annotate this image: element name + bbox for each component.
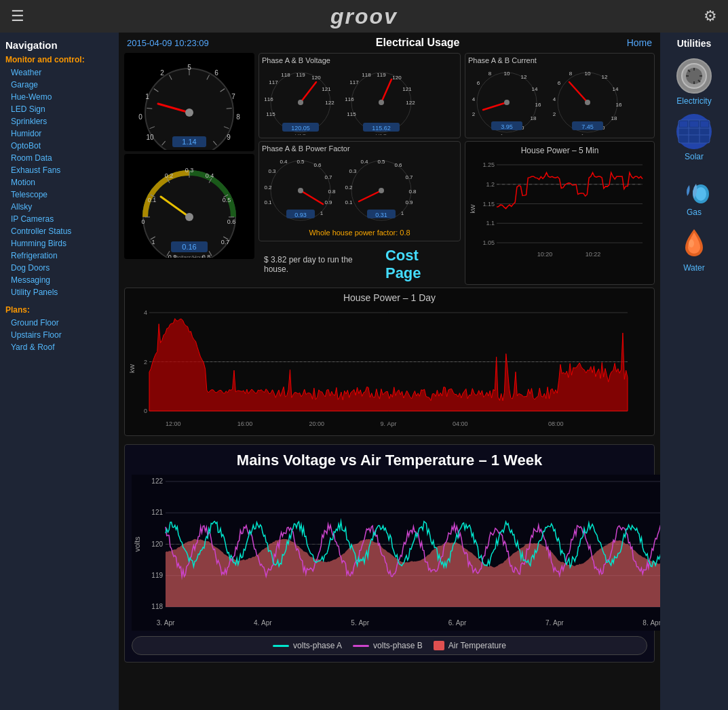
utility-water[interactable]: Water bbox=[664, 222, 725, 275]
sidebar-item-controller-status[interactable]: Controller Status bbox=[5, 225, 113, 237]
sidebar-item-humidor[interactable]: Humidor bbox=[5, 127, 113, 140]
sidebar-item-humming-birds[interactable]: Humming Birds bbox=[5, 237, 113, 250]
sidebar-item-weather[interactable]: Weather bbox=[5, 66, 113, 79]
right-gauges: Phase A & B Current 10 12 14 16 18 20 8 … bbox=[465, 53, 655, 285]
pf-whole-house: Whole house power factor: 0.8 bbox=[262, 226, 457, 238]
legend-air-temp-label: Air Temperature bbox=[448, 641, 506, 650]
svg-text:2: 2 bbox=[160, 69, 164, 77]
svg-text:1.14: 1.14 bbox=[182, 138, 196, 146]
svg-text:116: 116 bbox=[345, 96, 354, 102]
svg-text:1: 1 bbox=[320, 210, 324, 216]
power-day-chart: House Power – 1 Day bbox=[124, 288, 655, 436]
svg-text:117: 117 bbox=[349, 79, 359, 85]
svg-text:118: 118 bbox=[362, 72, 371, 78]
svg-text:2: 2 bbox=[472, 111, 476, 117]
svg-text:0.3: 0.3 bbox=[185, 167, 194, 174]
sidebar-heading: Navigation bbox=[5, 39, 113, 51]
svg-text:115: 115 bbox=[266, 111, 275, 117]
svg-text:7: 7 bbox=[231, 93, 235, 100]
sidebar-item-optobot[interactable]: OptoBot bbox=[5, 140, 113, 152]
sidebar-item-utility-panels[interactable]: Utility Panels bbox=[5, 286, 113, 298]
svg-text:8: 8 bbox=[488, 71, 492, 77]
sidebar-item-room-data[interactable]: Room Data bbox=[5, 152, 113, 164]
current-group: Phase A & B Current 10 12 14 16 18 20 8 … bbox=[465, 53, 655, 138]
svg-point-162 bbox=[689, 239, 694, 248]
sidebar-item-garage[interactable]: Garage bbox=[5, 79, 113, 91]
pf-group: Phase A & B Power Factor 0.5 0.6 0.7 0.8… bbox=[258, 141, 461, 241]
svg-text:14: 14 bbox=[532, 86, 538, 92]
svg-text:VAC: VAC bbox=[376, 133, 387, 135]
sidebar-item-messaging[interactable]: Messaging bbox=[5, 274, 113, 286]
svg-text:0.6: 0.6 bbox=[313, 162, 322, 168]
week-chart-canvas bbox=[132, 475, 660, 631]
sidebar-item-upstairs-floor[interactable]: Upstairs Floor bbox=[5, 329, 113, 341]
svg-text:8: 8 bbox=[569, 71, 573, 77]
svg-text:0.5: 0.5 bbox=[296, 159, 305, 165]
svg-text:2: 2 bbox=[553, 111, 556, 117]
svg-text:119: 119 bbox=[377, 72, 386, 78]
svg-point-64 bbox=[298, 100, 303, 105]
svg-text:0.7: 0.7 bbox=[324, 174, 332, 180]
svg-text:121: 121 bbox=[322, 86, 331, 92]
legend-volts-b-label: volts-phase B bbox=[373, 641, 423, 650]
svg-text:0.93: 0.93 bbox=[294, 212, 307, 218]
home-link[interactable]: Home bbox=[627, 37, 652, 48]
svg-text:Dollars/Hour: Dollars/Hour bbox=[174, 254, 205, 258]
cost-page-link[interactable]: Cost Page bbox=[385, 247, 455, 282]
voltage-gauge-a: 119 120 121 122 118 117 116 115 bbox=[262, 67, 340, 135]
menu-icon[interactable]: ☰ bbox=[11, 7, 24, 25]
sidebar-item-sprinklers[interactable]: Sprinklers bbox=[5, 115, 113, 127]
sidebar: Navigation Monitor and control: Weather … bbox=[0, 33, 119, 710]
utility-solar[interactable]: Solar bbox=[664, 111, 725, 164]
power-5min-canvas bbox=[470, 158, 649, 260]
sidebar-item-yard-roof[interactable]: Yard & Roof bbox=[5, 341, 113, 353]
svg-text:120: 120 bbox=[311, 75, 321, 81]
sidebar-item-refrigeration[interactable]: Refrigeration bbox=[5, 250, 113, 262]
legend-volts-b: volts-phase B bbox=[353, 641, 423, 650]
gas-icon bbox=[676, 170, 712, 205]
svg-text:10: 10 bbox=[504, 71, 510, 77]
pf-gauge-a: 0.5 0.6 0.7 0.8 0.4 0.3 0.2 0.1 0.9 1 bbox=[262, 155, 340, 223]
svg-text:118: 118 bbox=[281, 72, 290, 78]
sidebar-item-ground-floor[interactable]: Ground Floor bbox=[5, 317, 113, 329]
svg-text:1: 1 bbox=[401, 210, 404, 216]
svg-text:18: 18 bbox=[531, 115, 537, 121]
utility-gas[interactable]: Gas bbox=[664, 167, 725, 220]
sidebar-item-motion[interactable]: Motion bbox=[5, 176, 113, 189]
svg-text:4: 4 bbox=[472, 96, 476, 102]
sidebar-item-hue-wemo[interactable]: Hue-Wemo bbox=[5, 91, 113, 103]
plans-label: Plans: bbox=[5, 305, 113, 315]
svg-text:0.1: 0.1 bbox=[264, 199, 272, 205]
utility-electricity[interactable]: Electricity bbox=[664, 56, 725, 109]
topbar: ☰ groov ⚙ bbox=[0, 0, 728, 33]
svg-text:0.8: 0.8 bbox=[328, 189, 336, 195]
svg-text:122: 122 bbox=[406, 100, 415, 106]
legend-air-temp: Air Temperature bbox=[434, 641, 506, 650]
sidebar-item-ip-cameras[interactable]: IP Cameras bbox=[5, 213, 113, 225]
svg-point-50 bbox=[185, 213, 193, 221]
svg-point-124 bbox=[504, 100, 510, 105]
svg-text:10: 10 bbox=[146, 134, 154, 141]
svg-text:0.16: 0.16 bbox=[182, 243, 196, 251]
water-label: Water bbox=[683, 263, 705, 273]
svg-text:1: 1 bbox=[145, 93, 149, 100]
settings-icon[interactable]: ⚙ bbox=[704, 7, 717, 25]
week-chart-box: Mains Voltage vs Air Temperature – 1 Wee… bbox=[124, 444, 655, 663]
svg-text:119: 119 bbox=[296, 72, 305, 78]
svg-text:0: 0 bbox=[141, 218, 145, 225]
sidebar-item-led-sign[interactable]: LED Sign bbox=[5, 103, 113, 115]
solar-label: Solar bbox=[685, 152, 704, 161]
sidebar-item-dog-doors[interactable]: Dog Doors bbox=[5, 262, 113, 274]
sidebar-item-telescope[interactable]: Telescope bbox=[5, 189, 113, 201]
svg-text:0.7: 0.7 bbox=[221, 239, 230, 245]
current-title: Phase A & B Current bbox=[468, 56, 651, 64]
svg-text:0.7: 0.7 bbox=[405, 174, 413, 180]
sidebar-item-allsky[interactable]: Allsky bbox=[5, 201, 113, 213]
sidebar-item-exhaust-fans[interactable]: Exhaust Fans bbox=[5, 164, 113, 176]
dollar-gauge-svg: 0 0.1 0.2 0.3 0.4 0.5 0.6 0.7 0.8 0.9 1 bbox=[128, 156, 250, 258]
svg-text:12: 12 bbox=[521, 74, 527, 80]
svg-text:4: 4 bbox=[553, 96, 556, 102]
svg-point-78 bbox=[379, 100, 384, 105]
svg-text:0.6: 0.6 bbox=[227, 218, 236, 225]
svg-text:10: 10 bbox=[585, 71, 591, 77]
